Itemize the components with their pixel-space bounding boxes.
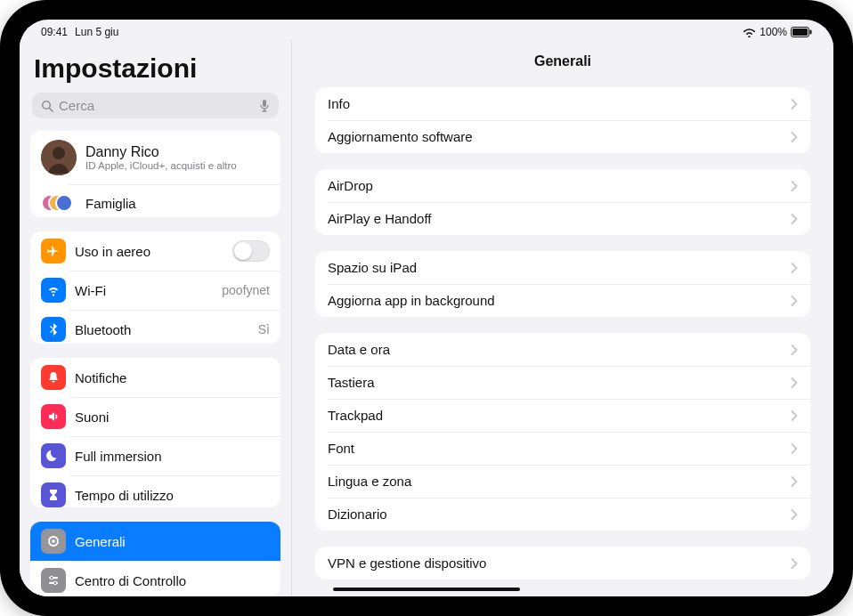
status-right: 100% xyxy=(743,26,812,38)
screen: 09:41 Lun 5 giu 100% Impostazioni xyxy=(20,20,833,596)
chevron-right-icon xyxy=(791,132,798,142)
moon-icon xyxy=(41,443,66,468)
detail-row-label: Spazio su iPad xyxy=(328,260,791,275)
sidebar-item-controlcenter[interactable]: Centro di Controllo xyxy=(30,561,280,596)
detail-row[interactable]: AirDrop xyxy=(315,169,810,202)
connectivity-card: Uso in aereo Wi-Fi poofynet xyxy=(30,231,280,344)
sidebar-item-general[interactable]: Generali xyxy=(30,522,280,561)
search-input[interactable]: Cerca xyxy=(32,93,279,118)
status-battery-text: 100% xyxy=(760,26,787,38)
detail-row[interactable]: VPN e gestione dispositivo xyxy=(315,547,810,580)
sliders-icon xyxy=(41,568,66,593)
sidebar-item-screentime[interactable]: Tempo di utilizzo xyxy=(30,475,280,507)
sidebar-item-bluetooth[interactable]: Bluetooth Sì xyxy=(30,310,280,344)
family-label: Famiglia xyxy=(85,196,270,211)
sidebar-item-wifi[interactable]: Wi-Fi poofynet xyxy=(30,271,280,310)
sidebar-item-airplane[interactable]: Uso in aereo xyxy=(30,231,280,271)
detail-row-label: VPN e gestione dispositivo xyxy=(328,555,791,571)
notifications-card: Notifiche Suoni Full immersion xyxy=(30,358,280,507)
hourglass-icon xyxy=(41,482,66,507)
svg-point-9 xyxy=(53,147,65,159)
chevron-right-icon xyxy=(791,99,798,109)
sidebar-item-label: Bluetooth xyxy=(75,322,251,337)
status-time: 09:41 xyxy=(41,26,68,38)
detail-pane[interactable]: Generali InfoAggiornamento softwareAirDr… xyxy=(292,39,833,596)
status-bar: 09:41 Lun 5 giu 100% xyxy=(20,20,833,41)
detail-row-label: AirPlay e Handoff xyxy=(328,211,791,226)
detail-group: Spazio su iPadAggiorna app in background xyxy=(315,251,810,317)
detail-title: Generali xyxy=(315,46,810,87)
account-name: Danny Rico xyxy=(85,144,237,160)
detail-row[interactable]: Spazio su iPad xyxy=(315,251,810,284)
content: Impostazioni Cerca xyxy=(20,39,833,596)
detail-row-label: Lingua e zona xyxy=(328,474,791,489)
status-left: 09:41 Lun 5 giu xyxy=(41,26,118,38)
detail-group: VPN e gestione dispositivo xyxy=(315,547,810,580)
chevron-right-icon xyxy=(791,263,798,273)
bluetooth-icon xyxy=(41,317,66,342)
chevron-right-icon xyxy=(791,296,798,306)
apple-id-row[interactable]: Danny Rico ID Apple, iCloud+, acquisti e… xyxy=(30,131,280,184)
gear-icon xyxy=(41,529,66,554)
wifi-value: poofynet xyxy=(222,283,270,297)
home-indicator[interactable] xyxy=(333,588,520,591)
battery-icon xyxy=(791,27,812,37)
detail-row[interactable]: Lingua e zona xyxy=(315,465,810,498)
detail-row[interactable]: Data e ora xyxy=(315,333,810,366)
detail-row-label: AirDrop xyxy=(328,178,791,193)
chevron-right-icon xyxy=(791,443,798,454)
sidebar-item-label: Full immersion xyxy=(75,449,270,464)
family-avatars-icon xyxy=(41,190,77,215)
svg-point-13 xyxy=(50,576,53,580)
detail-row-label: Aggiornamento software xyxy=(328,129,791,144)
airplane-toggle[interactable] xyxy=(232,240,270,262)
sidebar-item-label: Uso in aereo xyxy=(75,244,232,259)
bluetooth-value: Sì xyxy=(258,322,270,336)
detail-row[interactable]: Info xyxy=(315,87,810,120)
search-icon xyxy=(41,100,53,112)
detail-group: InfoAggiornamento software xyxy=(315,87,810,153)
detail-row-label: Trackpad xyxy=(328,408,791,423)
sidebar-title: Impostazioni xyxy=(30,48,280,89)
sidebar-item-sounds[interactable]: Suoni xyxy=(30,397,280,436)
chevron-right-icon xyxy=(791,181,798,191)
sidebar-item-label: Notifiche xyxy=(75,370,270,385)
sidebar: Impostazioni Cerca xyxy=(20,39,292,596)
wifi-icon xyxy=(41,278,66,303)
svg-line-4 xyxy=(50,108,53,111)
detail-row-label: Aggiorna app in background xyxy=(328,293,791,308)
detail-row[interactable]: Aggiorna app in background xyxy=(315,284,810,317)
account-subtitle: ID Apple, iCloud+, acquisti e altro xyxy=(85,160,237,171)
sidebar-item-label: Wi-Fi xyxy=(75,283,215,298)
detail-row[interactable]: Dizionario xyxy=(315,498,810,531)
wifi-icon xyxy=(743,28,756,37)
detail-row[interactable]: Aggiornamento software xyxy=(315,120,810,153)
detail-row-label: Font xyxy=(328,441,791,456)
detail-row[interactable]: Trackpad xyxy=(315,399,810,432)
svg-rect-1 xyxy=(792,28,808,36)
chevron-right-icon xyxy=(791,476,798,487)
device-frame: 09:41 Lun 5 giu 100% Impostazioni xyxy=(0,0,853,616)
detail-row[interactable]: Tastiera xyxy=(315,366,810,399)
avatar xyxy=(41,140,77,175)
sidebar-item-label: Generali xyxy=(75,534,270,549)
chevron-right-icon xyxy=(791,214,798,224)
chevron-right-icon xyxy=(791,377,798,388)
svg-rect-5 xyxy=(263,100,266,107)
svg-rect-2 xyxy=(810,30,812,35)
detail-row-label: Data e ora xyxy=(328,342,791,357)
svg-point-15 xyxy=(53,581,57,585)
mic-icon[interactable] xyxy=(259,99,270,113)
svg-point-11 xyxy=(52,539,55,543)
detail-group: Data e oraTastieraTrackpadFontLingua e z… xyxy=(315,333,810,531)
detail-row[interactable]: Font xyxy=(315,432,810,465)
detail-group: AirDropAirPlay e Handoff xyxy=(315,169,810,235)
detail-row[interactable]: AirPlay e Handoff xyxy=(315,202,810,235)
bell-icon xyxy=(41,365,66,390)
detail-row-label: Info xyxy=(328,96,791,111)
chevron-right-icon xyxy=(791,344,798,355)
sidebar-item-notifications[interactable]: Notifiche xyxy=(30,358,280,397)
sidebar-item-focus[interactable]: Full immersion xyxy=(30,436,280,475)
chevron-right-icon xyxy=(791,558,798,569)
family-row[interactable]: Famiglia xyxy=(30,184,280,217)
